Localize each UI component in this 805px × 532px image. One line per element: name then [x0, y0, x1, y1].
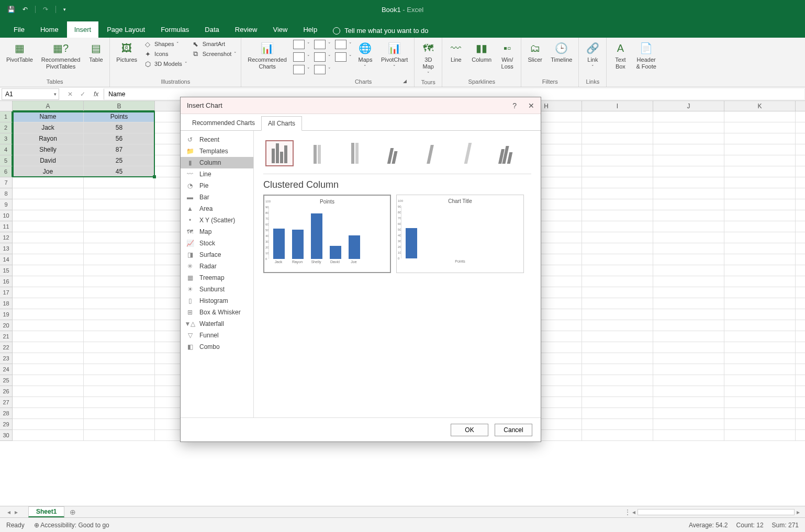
cell[interactable]: 58	[84, 122, 155, 133]
cell[interactable]	[84, 331, 155, 342]
chart-combo-dropdown[interactable]: ˅	[314, 65, 331, 74]
cell[interactable]	[13, 320, 84, 331]
cell[interactable]	[796, 408, 805, 419]
cell[interactable]	[796, 199, 805, 210]
table-button[interactable]: ▤Table	[86, 40, 105, 64]
cell[interactable]	[796, 221, 805, 232]
horizontal-scroll-right-icon[interactable]: ▸	[797, 508, 800, 516]
cell[interactable]	[13, 265, 84, 276]
cell[interactable]	[13, 386, 84, 397]
cell[interactable]	[724, 254, 796, 265]
row-header-30[interactable]: 30	[0, 430, 13, 441]
row-header-25[interactable]: 25	[0, 375, 13, 386]
cell[interactable]	[796, 287, 805, 298]
cell[interactable]	[653, 331, 724, 342]
cell[interactable]	[582, 254, 653, 265]
row-header-6[interactable]: 6	[0, 166, 13, 177]
cell[interactable]	[653, 298, 724, 309]
cell[interactable]	[13, 353, 84, 364]
cell[interactable]	[13, 331, 84, 342]
row-header-27[interactable]: 27	[0, 397, 13, 408]
tab-formulas[interactable]: Formulas	[153, 21, 196, 38]
cell[interactable]	[582, 397, 653, 408]
cell[interactable]	[13, 375, 84, 386]
cell[interactable]	[653, 254, 724, 265]
cell[interactable]	[724, 342, 796, 353]
cell[interactable]	[582, 298, 653, 309]
chart-type-treemap[interactable]: ▦Treemap	[181, 272, 253, 284]
cell[interactable]: Jack	[13, 122, 84, 133]
cell[interactable]	[724, 133, 796, 144]
tab-review[interactable]: Review	[228, 21, 265, 38]
cell[interactable]	[84, 375, 155, 386]
cell[interactable]	[796, 144, 805, 155]
smartart-button[interactable]: ⬉SmartArt	[192, 40, 237, 48]
tab-all-charts[interactable]: All Charts	[261, 116, 302, 131]
cell[interactable]	[796, 419, 805, 430]
cell[interactable]	[13, 342, 84, 353]
row-header-29[interactable]: 29	[0, 419, 13, 430]
cell[interactable]	[84, 419, 155, 430]
chart-hierarchy-dropdown[interactable]: ˅	[314, 40, 331, 49]
cell[interactable]	[796, 320, 805, 331]
row-headers[interactable]: 1234567891011121314151617181920212223242…	[0, 111, 13, 441]
cell[interactable]	[13, 364, 84, 375]
row-header-2[interactable]: 2	[0, 122, 13, 133]
cell[interactable]	[84, 364, 155, 375]
tell-me-search[interactable]: Tell me what you want to do	[333, 27, 428, 35]
row-header-15[interactable]: 15	[0, 265, 13, 276]
cell[interactable]	[796, 232, 805, 243]
maps-button[interactable]: 🌐Maps˅	[356, 40, 375, 71]
cell[interactable]	[724, 111, 796, 122]
row-header-17[interactable]: 17	[0, 287, 13, 298]
cell[interactable]	[724, 155, 796, 166]
cell[interactable]	[13, 430, 84, 441]
cell[interactable]	[653, 364, 724, 375]
cell[interactable]	[84, 243, 155, 254]
cell[interactable]: 87	[84, 144, 155, 155]
cell[interactable]	[653, 265, 724, 276]
row-header-1[interactable]: 1	[0, 111, 13, 122]
tab-data[interactable]: Data	[197, 21, 226, 38]
chart-type-x-y-scatter-[interactable]: •X Y (Scatter)	[181, 214, 253, 226]
cell[interactable]	[796, 210, 805, 221]
subtype-3d-column[interactable]	[491, 140, 520, 166]
row-header-4[interactable]: 4	[0, 144, 13, 155]
screenshot-button[interactable]: ⧉Screenshot ˅	[192, 50, 237, 58]
cell[interactable]	[724, 375, 796, 386]
cell[interactable]	[796, 133, 805, 144]
cell[interactable]	[13, 298, 84, 309]
cell[interactable]	[84, 298, 155, 309]
column-header-I[interactable]: I	[582, 101, 653, 111]
cell[interactable]	[13, 210, 84, 221]
cell[interactable]	[724, 177, 796, 188]
cell[interactable]	[724, 298, 796, 309]
cell[interactable]: 25	[84, 155, 155, 166]
cell[interactable]	[796, 188, 805, 199]
cell[interactable]	[796, 364, 805, 375]
cell[interactable]	[13, 276, 84, 287]
row-header-12[interactable]: 12	[0, 232, 13, 243]
cell[interactable]	[13, 419, 84, 430]
cell[interactable]	[582, 276, 653, 287]
cell[interactable]	[582, 309, 653, 320]
recommended-charts-button[interactable]: 📊Recommended Charts	[245, 40, 289, 71]
cell[interactable]	[84, 287, 155, 298]
tab-view[interactable]: View	[265, 21, 295, 38]
row-header-3[interactable]: 3	[0, 133, 13, 144]
cell[interactable]	[582, 265, 653, 276]
cell[interactable]	[724, 364, 796, 375]
cell[interactable]	[84, 199, 155, 210]
3d-map-button[interactable]: 🗺3D Map˅	[419, 40, 438, 78]
cell[interactable]	[724, 309, 796, 320]
subtype-3d-clustered-column[interactable]	[378, 140, 407, 166]
cell[interactable]	[724, 419, 796, 430]
cell[interactable]	[582, 199, 653, 210]
cell[interactable]	[653, 375, 724, 386]
cell[interactable]	[653, 232, 724, 243]
cell[interactable]	[724, 386, 796, 397]
cell[interactable]	[653, 188, 724, 199]
cell[interactable]	[653, 221, 724, 232]
name-box[interactable]: A1▾	[2, 88, 59, 100]
cell[interactable]	[653, 287, 724, 298]
